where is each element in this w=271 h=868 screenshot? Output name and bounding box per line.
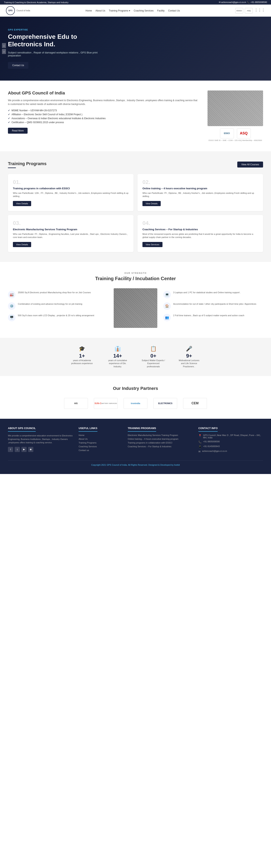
program-btn-3[interactable]: View Details <box>13 242 31 247</box>
program-card-1: 01. Training programs in collaboration w… <box>8 174 134 211</box>
footer-link-training[interactable]: Training Programs <box>79 441 121 444</box>
logo-text: Council of India <box>17 9 30 12</box>
nav-facility[interactable]: Facility <box>157 9 164 12</box>
program-title-4: Coaching Services – For Startup & Indust… <box>142 228 258 231</box>
facility-text-5: Accommodation for out of state / other c… <box>173 302 256 306</box>
stat-label-4: Motivational Lectures and Life Science P… <box>177 359 201 368</box>
stat-num-3: 0+ <box>141 353 165 359</box>
footer-training-2: Online training – 4 hours executive lear… <box>128 438 192 440</box>
training-title: Training Programs <box>8 161 47 166</box>
footer-link-about[interactable]: About Us <box>79 438 121 440</box>
program-who-3: Who can Particificate: ITI , Diploma , E… <box>13 232 129 239</box>
facility-item-5: 🏠 Accommodation for out of state / other… <box>163 302 263 310</box>
partner-3: tronindia <box>124 398 147 409</box>
about-item-certification: Certification – QMS ISO9001:2015 under p… <box>8 121 199 124</box>
view-all-courses-button[interactable]: View All Courses <box>237 161 263 167</box>
partners-section: Our Industry Partners AIG SUN-CBATTERY S… <box>0 376 271 419</box>
social-youtube[interactable]: ▶ <box>21 447 27 452</box>
partner-2: SUN-CBATTERY SERVICES <box>94 398 118 409</box>
footer-phone1: 📞 +91-9805008590 <box>198 440 263 443</box>
program-who-1: Who can Particificate: 12th , ITI , Dipl… <box>13 191 129 198</box>
program-num-2: 02. <box>142 179 258 185</box>
footer: ABOUT GPS COUNCIL We provide a comprehen… <box>0 419 271 474</box>
nav-training[interactable]: Training Programs ▾ <box>109 9 130 12</box>
logo: GPS Council of India <box>6 6 30 15</box>
stat-num-4: 9+ <box>177 353 201 359</box>
footer-training-1: Electronic Manufacturing Services Traini… <box>128 434 192 436</box>
footer-training: TRAINING PROGRAMS Electronic Manufacturi… <box>128 427 192 455</box>
program-card-3: 03. Electronic Manufacturing Services Tr… <box>8 215 134 252</box>
partner-5: CEM <box>183 398 207 409</box>
stat-label-3: Subject Matter Experts / Experienced pro… <box>141 359 165 368</box>
top-bar-text: Training & Coaching to Electronic Academ… <box>4 1 69 4</box>
footer-grid: ABOUT GPS COUNCIL We provide a comprehen… <box>8 427 263 455</box>
top-bar-email: ✉ actioncoach@gps-ci.co.in <box>219 1 246 4</box>
program-btn-4[interactable]: View Services <box>142 242 162 247</box>
social-twitter[interactable]: t <box>15 447 20 452</box>
footer-link-coaching[interactable]: Coaching Services <box>79 445 121 448</box>
facility-right: 💻 3 Laptops and 1 PC for statistical stu… <box>163 291 263 325</box>
facility-tag: OUR STRENGTH <box>8 272 263 274</box>
footer-links-list: Home About Us Training Programs Coaching… <box>79 434 121 452</box>
program-btn-1[interactable]: View Details <box>13 201 31 206</box>
facility-icon-2: ⚙️ <box>8 302 16 310</box>
top-bar-phone: 📞 +91-9805008590 <box>247 1 267 4</box>
footer-about: ABOUT GPS COUNCIL We provide a comprehen… <box>8 427 73 455</box>
hero-cta-button[interactable]: Contact Us <box>8 62 28 69</box>
nav-coaching[interactable]: Coaching Services <box>134 9 154 12</box>
footer-phone2: 📱 +91-9145083643 <box>198 445 263 448</box>
program-title-2: Online training – 4 hours executive lear… <box>142 187 258 190</box>
stat-num-1: 1+ <box>70 353 94 359</box>
cert-logos: ESSCI ASQ <box>208 128 263 138</box>
nav-contact[interactable]: Contact Us <box>168 9 180 12</box>
facility-text-1: 25000 Sq.ft Electronic product Manufactu… <box>18 291 91 294</box>
footer-link-home[interactable]: Home <box>79 434 121 436</box>
nav-home[interactable]: Home <box>85 9 92 12</box>
header: GPS Council of India Home About Us Train… <box>0 5 271 17</box>
read-more-button[interactable]: Read More <box>8 128 28 134</box>
footer-contact: CONTACT INFO 📍 GPS Council ,Near Mac D ,… <box>198 427 263 455</box>
hero-tag: GPS EXPERTISE <box>8 29 107 31</box>
prev-arrow[interactable]: ‹ <box>2 43 6 48</box>
about-image <box>208 91 263 126</box>
footer-bottom: Copyright 2021 GPS Council of India. All… <box>8 461 263 466</box>
about-content: About GPS Council of India We provide a … <box>8 91 199 134</box>
facility-section: OUR STRENGTH Training Facility / Incubat… <box>0 262 271 338</box>
hero-arrows[interactable]: ‹ › <box>2 43 6 54</box>
stat-3: 📋 0+ Subject Matter Experts / Experience… <box>141 346 165 368</box>
about-desc: We provide a comprehensive education env… <box>8 99 199 106</box>
training-title-wrapper: Training Programs <box>8 161 47 168</box>
cert-label: ESSCI SME ID – SME – COM – 225 ASQ Membe… <box>208 140 263 142</box>
about-right: ESSCI ASQ ESSCI SME ID – SME – COM – 225… <box>208 91 263 142</box>
about-section: About GPS Council of India We provide a … <box>0 81 271 151</box>
facility-item-1: 🏭 25000 Sq.ft Electronic product Manufac… <box>8 291 108 299</box>
facility-icon-5: 🏠 <box>163 302 171 310</box>
facility-icon-4: 💻 <box>163 291 171 299</box>
social-facebook[interactable]: f <box>8 447 13 452</box>
program-btn-2[interactable]: View Details <box>142 201 161 206</box>
partner-4: ELECTRONICS <box>153 398 177 409</box>
footer-about-title: ABOUT GPS COUNCIL <box>8 427 36 432</box>
footer-training-3: Training programs in collaboration with … <box>128 441 192 444</box>
footer-links: USEFUL LINKS Home About Us Training Prog… <box>79 427 121 455</box>
facility-icon-1: 🏭 <box>8 291 16 299</box>
program-who-2: Who can Particificate: ITI , Diploma , B… <box>142 191 258 198</box>
nav-about[interactable]: About Us <box>96 9 105 12</box>
next-arrow[interactable]: › <box>2 49 6 54</box>
stat-label-1: years of Academia professors experience <box>70 359 94 365</box>
about-inner: About GPS Council of India We provide a … <box>8 91 263 142</box>
program-title-1: Training programs in collaboration with … <box>13 187 129 190</box>
nav-grid-icon[interactable]: ⋮⋮⋮ <box>254 8 265 13</box>
footer-link-contact[interactable]: Contact us <box>79 449 121 452</box>
stat-2: 👔 14+ years of cumulative experience of … <box>106 346 130 368</box>
facility-item-2: ⚙️ Combination of existing and advance t… <box>8 302 108 310</box>
footer-about-text: We provide a comprehensive education env… <box>8 434 73 444</box>
footer-links-title: USEFUL LINKS <box>79 427 97 432</box>
facility-text-3: 500 Sq.ft class room with LCD Display , … <box>18 314 94 317</box>
facility-item-4: 💻 3 Laptops and 1 PC for statistical stu… <box>163 291 263 299</box>
social-instagram[interactable]: ◉ <box>28 447 33 452</box>
partners-row: AIG SUN-CBATTERY SERVICES tronindia ELEC… <box>8 398 263 409</box>
facility-title: Training Facility / Incubation Center <box>8 276 263 281</box>
partner-1: AIG <box>64 398 88 409</box>
logo-icon: GPS <box>6 6 15 15</box>
